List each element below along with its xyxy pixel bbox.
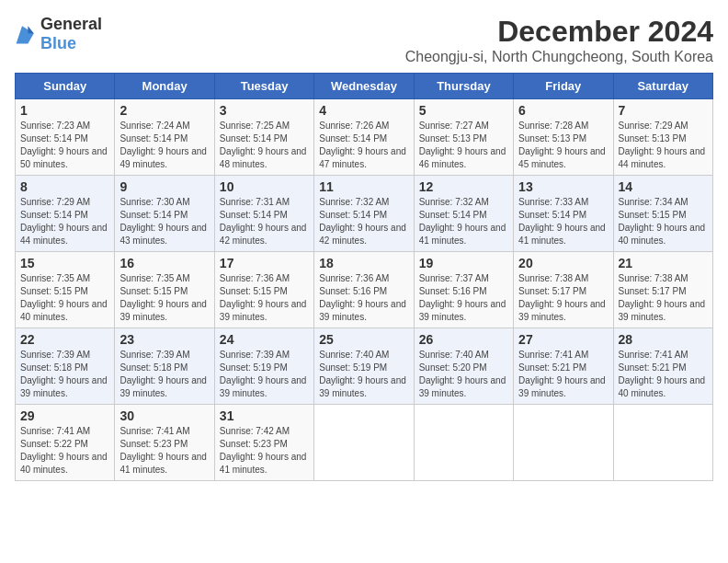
day-number: 15: [20, 256, 109, 270]
day-number: 9: [119, 179, 209, 194]
logo: General Blue: [15, 15, 102, 53]
calendar-cell: 2Sunrise: 7:24 AM Sunset: 5:14 PM Daylig…: [115, 99, 214, 176]
calendar-cell: 3Sunrise: 7:25 AM Sunset: 5:14 PM Daylig…: [214, 99, 313, 176]
day-info: Sunrise: 7:32 AM Sunset: 5:14 PM Dayligh…: [319, 196, 408, 247]
day-number: 25: [319, 332, 408, 347]
calendar-cell: 17Sunrise: 7:36 AM Sunset: 5:15 PM Dayli…: [214, 252, 313, 328]
calendar-cell: 22Sunrise: 7:39 AM Sunset: 5:18 PM Dayli…: [16, 328, 115, 405]
day-number: 31: [220, 408, 309, 423]
day-number: 6: [518, 103, 608, 118]
day-info: Sunrise: 7:28 AM Sunset: 5:13 PM Dayligh…: [518, 120, 608, 171]
day-number: 21: [619, 256, 708, 270]
day-info: Sunrise: 7:33 AM Sunset: 5:14 PM Dayligh…: [518, 196, 608, 247]
calendar-cell: 29Sunrise: 7:41 AM Sunset: 5:22 PM Dayli…: [16, 405, 115, 481]
day-info: Sunrise: 7:35 AM Sunset: 5:15 PM Dayligh…: [20, 272, 109, 324]
calendar-cell: 9Sunrise: 7:30 AM Sunset: 5:14 PM Daylig…: [115, 176, 214, 252]
title-block: December 2024 Cheongju-si, North Chungch…: [405, 15, 713, 65]
day-info: Sunrise: 7:37 AM Sunset: 5:16 PM Dayligh…: [419, 272, 508, 324]
day-number: 23: [119, 332, 209, 347]
day-info: Sunrise: 7:39 AM Sunset: 5:18 PM Dayligh…: [20, 349, 109, 400]
day-number: 16: [119, 256, 209, 270]
day-number: 20: [518, 256, 608, 270]
calendar-week-row: 15Sunrise: 7:35 AM Sunset: 5:15 PM Dayli…: [16, 252, 713, 328]
day-info: Sunrise: 7:35 AM Sunset: 5:15 PM Dayligh…: [119, 272, 209, 324]
header-cell-sunday: Sunday: [16, 74, 115, 99]
svg-marker-1: [28, 26, 33, 33]
calendar-table: SundayMondayTuesdayWednesdayThursdayFrid…: [15, 73, 713, 481]
header: General Blue December 2024 Cheongju-si, …: [15, 15, 713, 65]
day-number: 29: [20, 408, 109, 423]
day-number: 22: [20, 332, 109, 347]
calendar-cell: [314, 405, 414, 481]
calendar-cell: 27Sunrise: 7:41 AM Sunset: 5:21 PM Dayli…: [514, 328, 613, 405]
calendar-cell: 24Sunrise: 7:39 AM Sunset: 5:19 PM Dayli…: [214, 328, 313, 405]
day-info: Sunrise: 7:32 AM Sunset: 5:14 PM Dayligh…: [419, 196, 508, 247]
day-info: Sunrise: 7:41 AM Sunset: 5:21 PM Dayligh…: [518, 349, 608, 400]
day-info: Sunrise: 7:42 AM Sunset: 5:23 PM Dayligh…: [220, 425, 309, 477]
day-info: Sunrise: 7:39 AM Sunset: 5:19 PM Dayligh…: [220, 349, 309, 400]
day-info: Sunrise: 7:38 AM Sunset: 5:17 PM Dayligh…: [619, 272, 708, 324]
header-cell-wednesday: Wednesday: [314, 74, 414, 99]
calendar-cell: 23Sunrise: 7:39 AM Sunset: 5:18 PM Dayli…: [115, 328, 214, 405]
day-number: 28: [619, 332, 708, 347]
calendar-cell: [514, 405, 613, 481]
calendar-cell: 7Sunrise: 7:29 AM Sunset: 5:13 PM Daylig…: [613, 99, 712, 176]
day-number: 10: [220, 179, 309, 194]
day-number: 13: [518, 179, 608, 194]
day-info: Sunrise: 7:36 AM Sunset: 5:16 PM Dayligh…: [319, 272, 408, 324]
calendar-cell: 25Sunrise: 7:40 AM Sunset: 5:19 PM Dayli…: [314, 328, 414, 405]
day-info: Sunrise: 7:25 AM Sunset: 5:14 PM Dayligh…: [220, 120, 309, 171]
day-info: Sunrise: 7:40 AM Sunset: 5:20 PM Dayligh…: [419, 349, 508, 400]
calendar-cell: 1Sunrise: 7:23 AM Sunset: 5:14 PM Daylig…: [16, 99, 115, 176]
header-cell-thursday: Thursday: [414, 74, 513, 99]
day-info: Sunrise: 7:24 AM Sunset: 5:14 PM Dayligh…: [119, 120, 209, 171]
subtitle: Cheongju-si, North Chungcheong, South Ko…: [405, 49, 713, 65]
main-title: December 2024: [405, 15, 713, 49]
day-number: 30: [119, 408, 209, 423]
calendar-header-row: SundayMondayTuesdayWednesdayThursdayFrid…: [16, 74, 713, 99]
day-info: Sunrise: 7:41 AM Sunset: 5:23 PM Dayligh…: [119, 425, 209, 477]
calendar-cell: 16Sunrise: 7:35 AM Sunset: 5:15 PM Dayli…: [115, 252, 214, 328]
day-info: Sunrise: 7:38 AM Sunset: 5:17 PM Dayligh…: [518, 272, 608, 324]
calendar-cell: 10Sunrise: 7:31 AM Sunset: 5:14 PM Dayli…: [214, 176, 313, 252]
calendar-body: 1Sunrise: 7:23 AM Sunset: 5:14 PM Daylig…: [16, 99, 713, 481]
calendar-week-row: 29Sunrise: 7:41 AM Sunset: 5:22 PM Dayli…: [16, 405, 713, 481]
day-number: 11: [319, 179, 408, 194]
calendar-cell: 20Sunrise: 7:38 AM Sunset: 5:17 PM Dayli…: [514, 252, 613, 328]
calendar-cell: 28Sunrise: 7:41 AM Sunset: 5:21 PM Dayli…: [613, 328, 712, 405]
logo-text-general: General: [40, 15, 102, 33]
calendar-cell: 11Sunrise: 7:32 AM Sunset: 5:14 PM Dayli…: [314, 176, 414, 252]
calendar-cell: 18Sunrise: 7:36 AM Sunset: 5:16 PM Dayli…: [314, 252, 414, 328]
calendar-cell: [613, 405, 712, 481]
day-info: Sunrise: 7:29 AM Sunset: 5:13 PM Dayligh…: [619, 120, 708, 171]
logo-text-blue: Blue: [40, 34, 76, 52]
calendar-cell: 8Sunrise: 7:29 AM Sunset: 5:14 PM Daylig…: [16, 176, 115, 252]
calendar-week-row: 8Sunrise: 7:29 AM Sunset: 5:14 PM Daylig…: [16, 176, 713, 252]
header-cell-saturday: Saturday: [613, 74, 712, 99]
day-number: 4: [319, 103, 408, 118]
calendar-cell: 4Sunrise: 7:26 AM Sunset: 5:14 PM Daylig…: [314, 99, 414, 176]
day-number: 24: [220, 332, 309, 347]
calendar-cell: 30Sunrise: 7:41 AM Sunset: 5:23 PM Dayli…: [115, 405, 214, 481]
day-info: Sunrise: 7:41 AM Sunset: 5:21 PM Dayligh…: [619, 349, 708, 400]
header-cell-monday: Monday: [115, 74, 214, 99]
calendar-cell: 19Sunrise: 7:37 AM Sunset: 5:16 PM Dayli…: [414, 252, 513, 328]
day-number: 14: [619, 179, 708, 194]
day-info: Sunrise: 7:29 AM Sunset: 5:14 PM Dayligh…: [20, 196, 109, 247]
day-number: 7: [619, 103, 708, 118]
calendar-cell: 6Sunrise: 7:28 AM Sunset: 5:13 PM Daylig…: [514, 99, 613, 176]
day-number: 5: [419, 103, 508, 118]
day-number: 2: [119, 103, 209, 118]
day-number: 18: [319, 256, 408, 270]
day-number: 26: [419, 332, 508, 347]
calendar-cell: 21Sunrise: 7:38 AM Sunset: 5:17 PM Dayli…: [613, 252, 712, 328]
day-number: 17: [220, 256, 309, 270]
calendar-week-row: 1Sunrise: 7:23 AM Sunset: 5:14 PM Daylig…: [16, 99, 713, 176]
day-info: Sunrise: 7:30 AM Sunset: 5:14 PM Dayligh…: [119, 196, 209, 247]
day-info: Sunrise: 7:34 AM Sunset: 5:15 PM Dayligh…: [619, 196, 708, 247]
day-info: Sunrise: 7:39 AM Sunset: 5:18 PM Dayligh…: [119, 349, 209, 400]
day-number: 19: [419, 256, 508, 270]
logo-icon: [15, 23, 37, 45]
calendar-week-row: 22Sunrise: 7:39 AM Sunset: 5:18 PM Dayli…: [16, 328, 713, 405]
day-info: Sunrise: 7:40 AM Sunset: 5:19 PM Dayligh…: [319, 349, 408, 400]
